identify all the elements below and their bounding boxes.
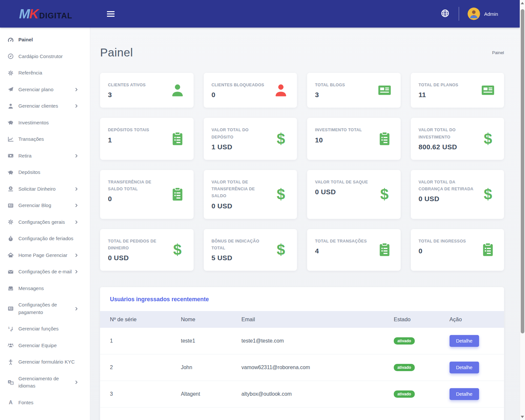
stat-card-clientes-bloqueados: CLIENTES BLOQUEADOS0	[204, 73, 297, 108]
sidebar-item-gerenciar-clientes[interactable]: Gerenciar clientes	[0, 98, 90, 115]
inbox-icon	[7, 285, 14, 291]
clipboard-icon	[170, 131, 185, 146]
sidebar-item-configuracoes-de-pagamento[interactable]: Configurações de pagamento	[0, 297, 90, 321]
page-title: Painel	[100, 46, 133, 59]
sidebar-item-label: Gerenciar Equipe	[18, 342, 83, 349]
sidebar-item-gerenciar-formulario-kyc[interactable]: Gerenciar formulário KYC	[0, 354, 90, 370]
sidebar-item-configuracao-de-feriados[interactable]: Configuração de feriados	[0, 230, 90, 247]
sidebar-item-referencia[interactable]: Referência	[0, 65, 90, 81]
sidebar-item-fontes[interactable]: AFontes	[0, 394, 90, 411]
sidebar-item-label: Gerenciar Blog	[18, 202, 72, 209]
table-header-row: Nº de sérieNomeEmailEstadoAção	[100, 311, 504, 328]
sidebar-item-investimentos[interactable]: Investimentos	[0, 115, 90, 131]
stat-card-total-de-pedidos-de-dinheiro: TOTAL DE PEDIDOS DE DINHEIRO0 USD$	[100, 229, 194, 271]
newspaper-icon	[7, 305, 14, 312]
sidebar-item-mensagens[interactable]: Mensagens	[0, 280, 90, 297]
dollar-icon: $	[170, 242, 185, 257]
sidebar-item-gerenciar-plano[interactable]: Gerenciar plano	[0, 81, 90, 98]
dollar-icon: $	[273, 242, 288, 257]
piggy-bank-icon	[7, 169, 14, 176]
column-header-n-de-serie: Nº de série	[100, 311, 181, 328]
sidebar-item-gerenciar-equipe[interactable]: Gerenciar Equipe	[0, 337, 90, 354]
chevron-right-icon	[74, 270, 78, 274]
clipboard-icon	[377, 131, 392, 146]
stat-card-total-de-transacoes: TOTAL DE TRANSAÇÕES4	[307, 229, 401, 271]
page-head: Painel Painel	[100, 46, 504, 59]
detail-button[interactable]: Detalhe	[450, 388, 479, 400]
sidebar-item-depositos[interactable]: Depósitos	[0, 164, 90, 181]
sidebar-item-transacoes[interactable]: Transações	[0, 131, 90, 148]
column-header-email: Email	[242, 311, 394, 328]
chevron-right-icon	[74, 187, 78, 191]
stat-card-valor-total-da-cobranca-de-retirada: VALOR TOTAL DA COBRANÇA DE RETIRADA0 USD…	[411, 170, 504, 219]
sidebar-toggle-button[interactable]	[104, 9, 117, 19]
sidebar-item-label: Mensagens	[18, 285, 83, 292]
home-icon	[7, 252, 14, 258]
user-name: Admin	[484, 11, 498, 17]
language-icon: A7	[7, 379, 14, 386]
sidebar-item-label: Configurações de e-mail	[18, 268, 72, 276]
sidebar-item-label: Configurações de pagamento	[18, 301, 72, 316]
brand-letter-m: M	[19, 7, 29, 21]
sidebar-item-retira[interactable]: Retira	[0, 148, 90, 164]
newspaper-icon	[480, 83, 495, 98]
avatar	[468, 8, 480, 20]
sort-numeric-icon: 14	[7, 326, 14, 332]
cell-email: vamow62311@roborena.com	[242, 354, 394, 381]
stat-cards-row: DEPÓSITOS TOTAIS1VALOR TOTAL DO DEPÓSITO…	[100, 118, 504, 160]
stat-card-total-de-planos: TOTAL DE PLANOS11	[411, 73, 504, 108]
sidebar-item-label: Fontes	[18, 399, 83, 407]
sidebar-item-configuracoes-gerais[interactable]: Configurações gerais	[0, 214, 90, 231]
column-header-acao: Ação	[450, 311, 504, 328]
topbar-divider	[459, 7, 459, 21]
sidebar-item-painel[interactable]: Painel	[0, 32, 90, 48]
sidebar-item-label: Configurações gerais	[18, 219, 72, 226]
page-scrollbar[interactable]	[520, 0, 525, 420]
recent-users-title: Usuários ingressados recentemente	[100, 287, 504, 311]
detail-button[interactable]: Detalhe	[450, 335, 479, 347]
chevron-right-icon	[74, 203, 78, 207]
table-row: 1teste1teste1@teste.comativadoDetalhe	[100, 328, 504, 354]
font-icon: A	[7, 399, 14, 406]
stat-card-value: 0 USD	[212, 202, 289, 210]
users-icon	[7, 342, 14, 348]
brand-logo[interactable]: MKDIGITAL	[0, 7, 90, 21]
scrollbar-thumb[interactable]	[521, 9, 524, 333]
gauge-icon	[7, 37, 14, 43]
sidebar-item-home-page-gerenciar[interactable]: Home Page Gerenciar	[0, 247, 90, 264]
newspaper-icon	[377, 83, 392, 98]
stat-card-total-blogs: TOTAL BLOGS3	[307, 73, 401, 108]
scrollbar-up-arrow[interactable]	[521, 2, 524, 4]
sidebar-item-gerenciar-funcoes[interactable]: 14Gerenciar funções	[0, 321, 90, 337]
cell-name: John	[181, 354, 242, 381]
main-content: Painel Painel CLIENTES ATIVOS3CLIENTES B…	[90, 0, 525, 420]
stat-card-valor-total-de-transferencia-de-saldo: VALOR TOTAL DE TRANSFERÊNCIA DE SALDO0 U…	[204, 170, 297, 219]
sidebar-item-cardapio-construtor[interactable]: Cardápio Construtor	[0, 48, 90, 65]
language-globe-button[interactable]	[439, 8, 451, 20]
dollar-icon: $	[273, 187, 288, 202]
clipboard-icon	[480, 242, 495, 257]
recent-users-table: Nº de sérieNomeEmailEstadoAção 1teste1te…	[100, 311, 504, 408]
sidebar-item-configuracoes-de-e-mail[interactable]: Configurações de e-mail	[0, 263, 90, 280]
dollar-icon: $	[480, 131, 495, 146]
user-menu[interactable]: Admin	[468, 8, 498, 20]
sidebar-item-gerenciamento-de-idiomas[interactable]: A7Gerenciamento de idiomas	[0, 370, 90, 394]
sidebar-item-label: Cardápio Construtor	[18, 53, 83, 60]
sidebar-item-gerenciar-blog[interactable]: Gerenciar Blog	[0, 197, 90, 214]
scrollbar-down-arrow[interactable]	[521, 416, 524, 418]
dollar-icon: $	[273, 131, 288, 146]
sidebar-item-label: Configuração de feriados	[18, 235, 83, 242]
sidebar-item-label: Gerenciar formulário KYC	[18, 358, 83, 366]
detail-button[interactable]: Detalhe	[450, 362, 479, 373]
piggy-bank-icon	[7, 119, 14, 126]
svg-text:7: 7	[11, 382, 13, 384]
stat-cards-row: CLIENTES ATIVOS3CLIENTES BLOQUEADOS0TOTA…	[100, 73, 504, 108]
stat-cards-row: TRANSFERÊNCIA DE SALDO TOTAL0VALOR TOTAL…	[100, 170, 504, 219]
sidebar-item-solicitar-dinheiro[interactable]: $Solicitar Dinheiro	[0, 181, 90, 198]
money-check-icon: $	[7, 186, 14, 192]
sidebar-item-label: Referência	[18, 69, 83, 77]
cell-serial: 3	[100, 381, 181, 408]
dollar-icon: $	[377, 187, 392, 202]
cell-email: altybox@outlook.com	[242, 381, 394, 408]
compass-icon	[7, 53, 14, 59]
